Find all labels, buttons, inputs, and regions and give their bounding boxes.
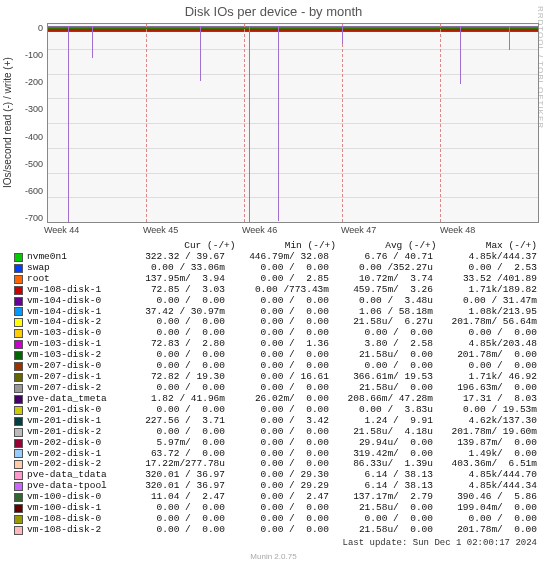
series-avg: 459.75m/ 3.26 <box>331 285 435 296</box>
ytick: -600 <box>15 186 43 196</box>
plot-area: IOs/second read (-) / write (+) 0 -100 -… <box>0 23 547 223</box>
ytick: -200 <box>15 77 43 87</box>
legend-row: vm-104-disk-00.00 / 0.000.00 / 0.000.00 … <box>14 296 539 307</box>
legend-swatch <box>14 504 23 513</box>
legend-swatch <box>14 515 23 524</box>
xtick: Week 46 <box>242 225 341 235</box>
ytick: -100 <box>15 50 43 60</box>
legend-swatch <box>14 449 23 458</box>
legend-swatch <box>14 439 23 448</box>
series-cur: 0.00 / 0.00 <box>123 525 227 536</box>
read-spike <box>278 26 279 221</box>
xtick: Week 45 <box>143 225 242 235</box>
legend-row: vm-202-disk-05.97m/ 0.000.00 / 0.0029.94… <box>14 438 539 449</box>
data-traces <box>48 26 538 32</box>
xtick: Week 48 <box>440 225 539 235</box>
series-name: vm-104-disk-0 <box>27 296 123 307</box>
legend-swatch <box>14 286 23 295</box>
legend-swatch <box>14 406 23 415</box>
series-min: 0.00 /773.43m <box>227 285 331 296</box>
last-update: Last update: Sun Dec 1 02:00:17 2024 <box>343 538 537 548</box>
legend-swatch <box>14 428 23 437</box>
series-avg: 21.58u/ 4.18u <box>331 427 435 438</box>
xtick: Week 47 <box>341 225 440 235</box>
ytick: -500 <box>15 159 43 169</box>
series-avg: 0.00 / 3.48u <box>331 296 435 307</box>
legend-row: vm-108-disk-172.85 / 3.030.00 /773.43m45… <box>14 285 539 296</box>
ytick: -300 <box>15 104 43 114</box>
ytick: 0 <box>15 23 43 33</box>
y-axis-label: IOs/second read (-) / write (+) <box>0 23 15 223</box>
y-axis-ticks: 0 -100 -200 -300 -400 -500 -600 -700 <box>15 23 47 223</box>
series-avg: 21.58u/ 0.00 <box>331 525 435 536</box>
series-min: 0.00 / 0.00 <box>227 427 331 438</box>
series-avg: 29.94u/ 0.00 <box>331 438 435 449</box>
read-spike <box>460 26 461 84</box>
series-max: 201.78m/ 19.60m <box>435 427 539 438</box>
x-axis-ticks: Week 44 Week 45 Week 46 Week 47 Week 48 <box>44 223 539 235</box>
legend-swatch <box>14 471 23 480</box>
legend-swatch <box>14 395 23 404</box>
xtick: Week 44 <box>44 225 143 235</box>
series-min: 0.00 / 0.00 <box>227 296 331 307</box>
series-name: vm-202-disk-0 <box>27 438 123 449</box>
legend-swatch <box>14 482 23 491</box>
munin-credit: Munin 2.0.75 <box>0 552 547 561</box>
series-cur: 0.00 / 0.00 <box>123 427 227 438</box>
series-min: 0.00 / 0.00 <box>227 438 331 449</box>
plot-canvas <box>47 23 539 223</box>
chart-title: Disk IOs per device - by month <box>0 0 547 23</box>
read-spike <box>342 26 343 44</box>
series-max: 139.87m/ 0.00 <box>435 438 539 449</box>
series-name: vm-201-disk-2 <box>27 427 123 438</box>
series-max: 0.00 / 31.47m <box>435 296 539 307</box>
legend-swatch <box>14 373 23 382</box>
legend-swatch <box>14 493 23 502</box>
legend-swatch <box>14 275 23 284</box>
read-spike <box>200 26 201 81</box>
series-cur: 5.97m/ 0.00 <box>123 438 227 449</box>
series-cur: 0.00 / 0.00 <box>123 296 227 307</box>
legend-swatch <box>14 384 23 393</box>
legend-swatch <box>14 526 23 535</box>
legend-row: vm-201-disk-20.00 / 0.000.00 / 0.0021.58… <box>14 427 539 438</box>
legend-swatch <box>14 460 23 469</box>
ytick: -400 <box>15 132 43 142</box>
ytick: -700 <box>15 213 43 223</box>
legend-swatch <box>14 351 23 360</box>
legend-swatch <box>14 307 23 316</box>
footer: Last update: Sun Dec 1 02:00:17 2024 <box>14 538 537 548</box>
series-name: vm-108-disk-2 <box>27 525 123 536</box>
series-name: vm-108-disk-1 <box>27 285 123 296</box>
legend-swatch <box>14 329 23 338</box>
read-spike <box>509 26 510 50</box>
disk-io-chart: RRDTOOL / TOBI OETIKER Disk IOs per devi… <box>0 0 547 561</box>
legend-swatch <box>14 340 23 349</box>
legend-swatch <box>14 417 23 426</box>
legend-table: Cur (-/+) Min (-/+) Avg (-/+) Max (-/+) … <box>14 241 539 536</box>
legend-swatch <box>14 297 23 306</box>
series-min: 0.00 / 0.00 <box>227 525 331 536</box>
legend-swatch <box>14 264 23 273</box>
read-spike <box>92 26 93 58</box>
legend-swatch <box>14 362 23 371</box>
legend-swatch <box>14 318 23 327</box>
legend-swatch <box>14 253 23 262</box>
read-spike <box>68 26 69 222</box>
legend-row: vm-108-disk-20.00 / 0.000.00 / 0.0021.58… <box>14 525 539 536</box>
series-max: 201.78m/ 0.00 <box>435 525 539 536</box>
series-max: 1.71k/189.82 <box>435 285 539 296</box>
series-cur: 72.85 / 3.03 <box>123 285 227 296</box>
read-spike <box>249 26 250 223</box>
